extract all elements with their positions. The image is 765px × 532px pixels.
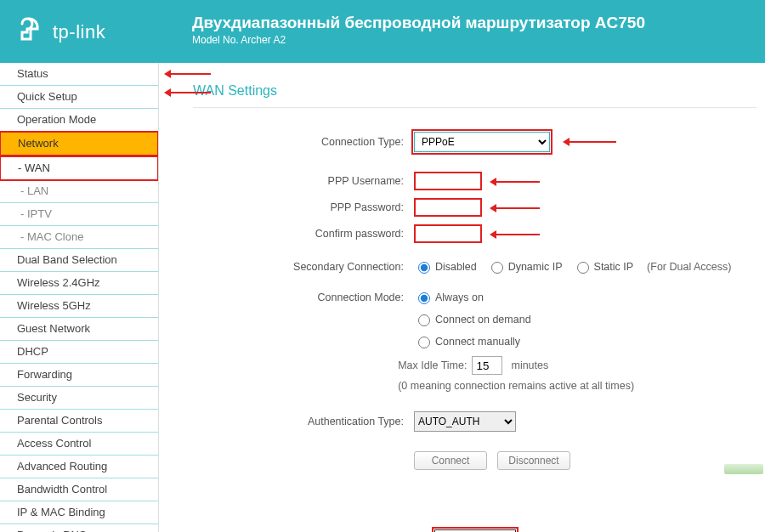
- sidebar-item-mac-clone[interactable]: - MAC Clone: [0, 226, 158, 249]
- separator: [193, 107, 756, 108]
- sidebar-item-wireless-2-4ghz[interactable]: Wireless 2.4GHz: [0, 272, 158, 295]
- sidebar-item-wan[interactable]: - WAN: [0, 156, 159, 181]
- mode-always-option[interactable]: Always on: [414, 290, 484, 304]
- sidebar-item-lan[interactable]: - LAN: [0, 180, 158, 203]
- page-title: WAN Settings: [193, 83, 756, 99]
- product-title: Двухдиапазонный беспроводной маршрутизат…: [192, 14, 748, 46]
- label-confirm-password: Confirm password:: [193, 228, 414, 240]
- label-connection-mode: Connection Mode:: [193, 291, 414, 303]
- ppp-password-input[interactable]: [414, 198, 482, 217]
- ppp-username-input[interactable]: [414, 172, 482, 190]
- sidebar-item-dynamic-dns[interactable]: Dynamic DNS: [0, 524, 158, 532]
- secondary-disabled-option[interactable]: Disabled: [414, 259, 477, 274]
- idle-note: (0 meaning connection remains active at …: [398, 380, 634, 392]
- connection-type-select[interactable]: PPPoE: [414, 132, 550, 152]
- product-name: Двухдиапазонный беспроводной маршрутизат…: [192, 14, 748, 32]
- brand: tp-link: [14, 17, 105, 48]
- mode-demand-radio[interactable]: [418, 314, 430, 326]
- main-content: WAN Settings Connection Type: PPPoE PPP …: [159, 63, 765, 532]
- auth-type-select[interactable]: AUTO_AUTH: [414, 411, 516, 432]
- max-idle-input[interactable]: [472, 356, 502, 375]
- secondary-dynamic-radio[interactable]: [491, 262, 503, 274]
- mode-manual-radio[interactable]: [418, 337, 430, 348]
- label-ppp-password: PPP Password:: [193, 201, 414, 213]
- minutes-label: minutes: [511, 359, 548, 371]
- sidebar-item-security[interactable]: Security: [0, 387, 158, 410]
- dual-access-note: (For Dual Access): [647, 261, 731, 273]
- watermark: [724, 464, 763, 474]
- model-number: Model No. Archer A2: [192, 34, 748, 46]
- confirm-password-input[interactable]: [414, 224, 482, 243]
- mode-manual-option[interactable]: Connect manually: [414, 334, 520, 348]
- sidebar-item-parental-controls[interactable]: Parental Controls: [0, 410, 158, 433]
- header-bar: tp-link Двухдиапазонный беспроводной мар…: [0, 0, 765, 63]
- sidebar-item-operation-mode[interactable]: Operation Mode: [0, 109, 158, 132]
- label-secondary-connection: Secondary Connection:: [193, 261, 414, 273]
- disconnect-button[interactable]: Disconnect: [497, 451, 570, 470]
- tplink-logo-icon: [14, 17, 44, 48]
- sidebar-item-forwarding[interactable]: Forwarding: [0, 364, 158, 387]
- brand-name: tp-link: [53, 21, 105, 43]
- annotation-arrow: [565, 141, 616, 143]
- secondary-disabled-radio[interactable]: [418, 262, 430, 274]
- annotation-arrow: [167, 73, 211, 75]
- sidebar-item-dual-band-selection[interactable]: Dual Band Selection: [0, 249, 158, 272]
- sidebar-item-network[interactable]: Network: [0, 131, 159, 156]
- mode-demand-option[interactable]: Connect on demand: [414, 312, 531, 326]
- annotation-arrow: [492, 181, 540, 183]
- sidebar-item-status[interactable]: Status: [0, 63, 158, 86]
- sidebar-item-dhcp[interactable]: DHCP: [0, 341, 158, 364]
- secondary-dynamic-option[interactable]: Dynamic IP: [487, 259, 563, 274]
- annotation-arrow: [492, 207, 540, 209]
- sidebar-nav: StatusQuick SetupOperation ModeNetwork- …: [0, 63, 159, 532]
- secondary-static-radio[interactable]: [577, 262, 589, 274]
- annotation-arrow: [167, 92, 211, 93]
- sidebar-item-wireless-5ghz[interactable]: Wireless 5GHz: [0, 295, 158, 318]
- sidebar-item-ip-mac-binding[interactable]: IP & MAC Binding: [0, 501, 158, 524]
- annotation-arrow: [492, 234, 540, 235]
- sidebar-item-access-control[interactable]: Access Control: [0, 433, 158, 456]
- mode-always-radio[interactable]: [418, 292, 430, 304]
- connect-button[interactable]: Connect: [414, 451, 487, 470]
- secondary-static-option[interactable]: Static IP: [573, 259, 634, 274]
- label-connection-type: Connection Type:: [193, 136, 414, 148]
- label-auth-type: Authentication Type:: [193, 416, 414, 427]
- sidebar-item-bandwidth-control[interactable]: Bandwidth Control: [0, 478, 158, 501]
- label-max-idle: Max Idle Time:: [398, 359, 467, 371]
- sidebar-item-guest-network[interactable]: Guest Network: [0, 318, 158, 341]
- sidebar-item-advanced-routing[interactable]: Advanced Routing: [0, 456, 158, 478]
- label-ppp-username: PPP Username:: [193, 175, 414, 187]
- sidebar-item-iptv[interactable]: - IPTV: [0, 203, 158, 226]
- sidebar-item-quick-setup[interactable]: Quick Setup: [0, 86, 158, 109]
